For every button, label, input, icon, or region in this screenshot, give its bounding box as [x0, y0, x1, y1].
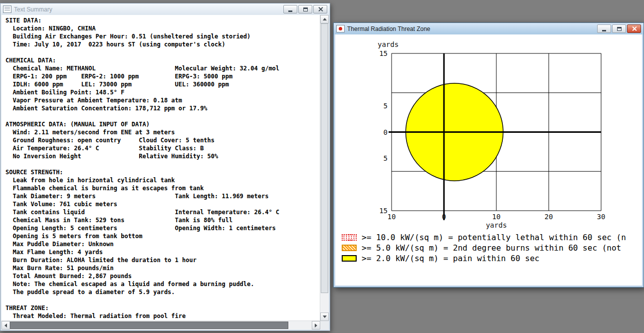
threat-zone-titlebar[interactable]: Thermal Radiation Threat Zone	[334, 23, 644, 34]
vertical-scroll-thumb[interactable]	[321, 23, 328, 293]
summary-line	[5, 48, 320, 56]
legend-label: >= 10.0 kW/(sq m) = potentially lethal w…	[362, 233, 626, 242]
summary-line: SOURCE STRENGTH:	[5, 168, 320, 176]
summary-line: Vapor Pressure at Ambient Temperature: 0…	[5, 96, 320, 104]
arrow-down-icon	[323, 316, 327, 318]
svg-text:15: 15	[379, 207, 388, 215]
legend-swatch-orange-hatched	[342, 245, 357, 251]
scroll-left-button[interactable]	[1, 321, 10, 330]
threat-zone-chart: 1001020301550515yardsyards	[335, 34, 641, 229]
threat-zone-client-area: 1001020301550515yardsyards >= 10.0 kW/(s…	[335, 34, 642, 286]
summary-line: The puddle spread to a diameter of 5.9 y…	[5, 288, 320, 296]
summary-line: Wind: 2.11 meters/second from ENE at 3 m…	[5, 128, 320, 136]
legend-item: >= 2.0 kW/(sq m) = pain within 60 sec	[342, 253, 642, 264]
summary-line: Opening is 5 meters from tank bottom	[5, 232, 320, 240]
horizontal-scrollbar[interactable]	[1, 321, 320, 330]
text-summary-window: Text Summary SITE DATA: Location: NINGBO…	[0, 3, 330, 331]
maximize-button[interactable]	[612, 24, 626, 33]
summary-line: IDLH: 6000 ppm LEL: 73000 ppm UEL: 36000…	[5, 80, 320, 88]
summary-line: No Inversion Height Relative Humidity: 5…	[5, 152, 320, 160]
summary-line: Location: NINGBO, CHINA	[5, 24, 320, 32]
summary-line: Threat Modeled: Thermal radiation from p…	[5, 312, 320, 320]
vertical-scrollbar[interactable]	[320, 15, 329, 321]
text-summary-window-title: Text Summary	[14, 6, 281, 13]
summary-line: Max Flame Length: 4 yards	[5, 248, 320, 256]
scroll-up-button[interactable]	[320, 15, 329, 23]
summary-line: CHEMICAL DATA:	[5, 56, 320, 64]
legend-item: >= 10.0 kW/(sq m) = potentially lethal w…	[342, 232, 642, 243]
summary-line: Time: July 10, 2017 0223 hours ST (using…	[5, 40, 320, 48]
summary-line: Chemical Name: METHANOL Molecular Weight…	[5, 64, 320, 72]
summary-line: Total Amount Burned: 2,867 pounds	[5, 272, 320, 280]
document-icon	[4, 7, 10, 11]
svg-text:5: 5	[384, 102, 388, 110]
maximize-icon	[303, 7, 308, 11]
text-summary-client-area: SITE DATA: Location: NINGBO, CHINA Build…	[1, 15, 329, 330]
legend-item: >= 5.0 kW/(sq m) = 2nd degree burns with…	[342, 243, 642, 253]
summary-line: Max Puddle Diameter: Unknown	[5, 240, 320, 248]
summary-line: Air Temperature: 26.4° C Stability Class…	[5, 144, 320, 152]
summary-line: Building Air Exchanges Per Hour: 0.51 (u…	[5, 32, 320, 40]
svg-text:0: 0	[384, 128, 388, 136]
text-summary-window-icon[interactable]	[3, 5, 11, 13]
maximize-button[interactable]	[298, 5, 312, 13]
svg-text:yards: yards	[378, 40, 399, 48]
minimize-icon	[288, 10, 292, 12]
svg-text:5: 5	[384, 154, 388, 162]
desktop: { "desktop": { "background": "#7f7f7f" }…	[0, 0, 644, 333]
arrow-up-icon	[323, 18, 327, 20]
svg-text:yards: yards	[486, 221, 507, 229]
summary-line: Ground Roughness: open country Cloud Cov…	[5, 136, 320, 144]
summary-line: Max Burn Rate: 51 pounds/min	[5, 264, 320, 272]
close-button[interactable]	[627, 24, 641, 33]
threat-zone-window: Thermal Radiation Threat Zone 1001020301…	[333, 22, 644, 288]
text-summary-titlebar[interactable]: Text Summary	[0, 3, 330, 15]
summary-line: SITE DATA:	[5, 16, 320, 24]
scroll-right-button[interactable]	[312, 321, 320, 330]
legend: >= 10.0 kW/(sq m) = potentially lethal w…	[335, 232, 642, 264]
horizontal-scroll-thumb[interactable]	[10, 322, 288, 329]
summary-line	[5, 296, 320, 304]
summary-line: Burn Duration: ALOHA limited the duratio…	[5, 256, 320, 264]
svg-text:0: 0	[442, 213, 446, 221]
minimize-button[interactable]	[597, 24, 611, 33]
arrow-right-icon	[315, 324, 317, 328]
threat-zone-window-title: Thermal Radiation Threat Zone	[347, 25, 595, 32]
summary-line: Flammable chemical is burning as it esca…	[5, 184, 320, 192]
legend-label: >= 2.0 kW/(sq m) = pain within 60 sec	[362, 254, 539, 263]
minimize-button[interactable]	[283, 5, 297, 13]
close-button[interactable]	[313, 5, 327, 13]
close-icon	[318, 6, 323, 12]
scrollbar-corner	[320, 321, 329, 330]
svg-text:15: 15	[379, 49, 388, 57]
legend-swatch-red-dotted	[342, 234, 357, 241]
summary-line: Note: The chemical escaped as a liquid a…	[5, 280, 320, 288]
window-controls	[597, 24, 641, 33]
window-controls	[283, 5, 327, 13]
summary-line: Leak from hole in horizontal cylindrical…	[5, 176, 320, 184]
summary-line	[5, 160, 320, 168]
legend-label: >= 5.0 kW/(sq m) = 2nd degree burns with…	[362, 243, 621, 253]
close-icon	[632, 26, 637, 31]
summary-line: Ambient Saturation Concentration: 178,71…	[5, 104, 320, 112]
threat-dot-icon	[339, 27, 342, 30]
svg-text:20: 20	[545, 213, 553, 221]
summary-line: Tank Volume: 761 cubic meters	[5, 200, 320, 208]
maximize-icon	[617, 27, 622, 31]
minimize-icon	[602, 30, 606, 31]
svg-text:10: 10	[388, 213, 396, 221]
summary-text-pane: SITE DATA: Location: NINGBO, CHINA Build…	[1, 15, 320, 321]
threat-zone-window-icon[interactable]	[336, 25, 345, 32]
summary-line: ATMOSPHERIC DATA: (MANUAL INPUT OF DATA)	[5, 120, 320, 128]
scroll-down-button[interactable]	[320, 313, 329, 321]
summary-line: Tank contains liquid Internal Temperatur…	[5, 208, 320, 216]
summary-line: Chemical Mass in Tank: 529 tons Tank is …	[5, 216, 320, 224]
legend-swatch-yellow-solid	[342, 255, 357, 262]
summary-line: Ambient Boiling Point: 148.5° F	[5, 88, 320, 96]
summary-line: Opening Length: 5 centimeters Opening Wi…	[5, 224, 320, 232]
svg-text:30: 30	[597, 213, 606, 221]
arrow-left-icon	[4, 324, 7, 328]
summary-line: ERPG-1: 200 ppm ERPG-2: 1000 ppm ERPG-3:…	[5, 72, 320, 80]
summary-line	[5, 112, 320, 120]
summary-line: THREAT ZONE:	[5, 304, 320, 312]
